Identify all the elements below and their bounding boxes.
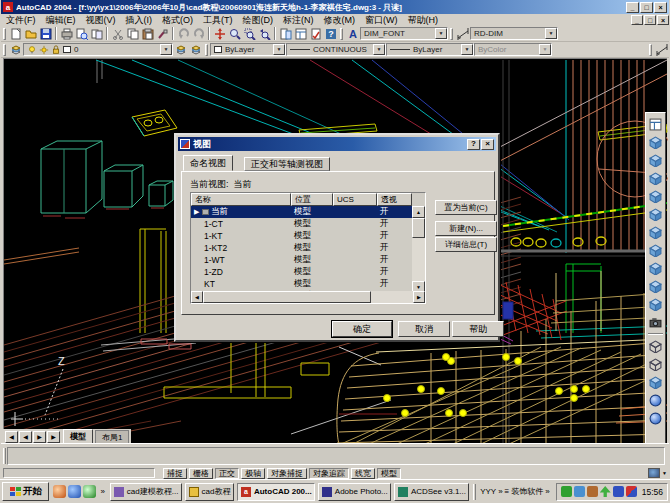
layer-on-bulb-icon[interactable]	[27, 45, 37, 55]
dropdown-arrow-icon[interactable]: ▼	[373, 44, 385, 55]
menu-window[interactable]: 窗口(W)	[360, 14, 403, 26]
tray-icon-2[interactable]	[574, 486, 585, 497]
list-row[interactable]: 1-WT 模型 开	[191, 254, 412, 266]
right-view-icon[interactable]	[647, 187, 664, 205]
dimension-toolbar-icon[interactable]	[654, 43, 669, 57]
2d-wireframe-icon[interactable]	[647, 337, 664, 355]
new-view-button[interactable]: 新建(N)...	[435, 221, 497, 236]
desk-toolbar-yyy[interactable]: YYY	[480, 487, 496, 496]
zoom-window-button[interactable]	[242, 27, 257, 41]
menu-draw[interactable]: 绘图(D)	[238, 14, 279, 26]
save-button[interactable]	[38, 27, 53, 41]
prev-tab-button[interactable]: ◀	[19, 431, 32, 443]
next-tab-button[interactable]: ▶	[33, 431, 46, 443]
back-view-icon[interactable]	[647, 223, 664, 241]
dropdown-arrow-icon[interactable]: ▼	[545, 28, 557, 39]
last-tab-button[interactable]: ▶	[47, 431, 60, 443]
menu-file[interactable]: 文件(F)	[1, 14, 41, 26]
gouraud-shaded-icon[interactable]	[647, 409, 664, 427]
task-cad-modeling-tutorial[interactable]: cad建模教程...	[110, 483, 182, 501]
menu-edit[interactable]: 编辑(E)	[41, 14, 81, 26]
color-combo[interactable]: ByLayer ▼	[210, 43, 286, 56]
list-row[interactable]: KT 模型 开	[191, 278, 412, 290]
zoom-previous-button[interactable]	[257, 27, 272, 41]
new-button[interactable]	[8, 27, 23, 41]
print-preview-button[interactable]	[74, 27, 89, 41]
pan-realtime-button[interactable]	[212, 27, 227, 41]
list-row-current[interactable]: ▶ 当前 模型 开	[191, 206, 412, 218]
top-view-icon[interactable]	[647, 133, 664, 151]
toolbar-grip[interactable]	[450, 28, 453, 40]
sw-isometric-icon[interactable]	[647, 241, 664, 259]
desk-toolbar-decor-software[interactable]: 装饰软件	[511, 486, 543, 497]
camera-icon[interactable]	[647, 313, 664, 331]
se-isometric-icon[interactable]	[647, 259, 664, 277]
help-button-dialog[interactable]: 帮助	[452, 321, 504, 337]
scrollbar-thumb[interactable]	[203, 291, 371, 303]
list-row[interactable]: 1-KT2 模型 开	[191, 242, 412, 254]
help-button[interactable]	[323, 27, 338, 41]
ok-button[interactable]: 确定	[332, 321, 392, 337]
plot-button[interactable]	[59, 27, 74, 41]
quick-launch-icon-1[interactable]	[53, 485, 66, 498]
task-acdsee[interactable]: ACDSee v3.1...	[394, 483, 469, 501]
toggle-grid[interactable]: 栅格	[189, 468, 213, 479]
layer-manager-button[interactable]	[8, 43, 23, 57]
dialog-help-button[interactable]: ?	[467, 139, 480, 150]
layer-freeze-sun-icon[interactable]	[39, 45, 49, 55]
front-view-icon[interactable]	[647, 205, 664, 223]
statusbar-menu-arrow-icon[interactable]: ▼	[662, 470, 667, 476]
scroll-left-icon[interactable]: ◀	[191, 291, 203, 303]
redo-button[interactable]	[191, 27, 206, 41]
quick-launch-chevron-icon[interactable]: »	[100, 487, 104, 496]
hidden-shade-icon[interactable]	[647, 373, 664, 391]
close-button[interactable]: ×	[654, 2, 667, 13]
start-button[interactable]: 开始	[2, 482, 49, 501]
cut-button[interactable]	[110, 27, 125, 41]
paste-button[interactable]	[140, 27, 155, 41]
nw-isometric-icon[interactable]	[647, 295, 664, 313]
list-row[interactable]: 1-CT 模型 开	[191, 218, 412, 230]
lineweight-combo[interactable]: ByLayer ▼	[386, 43, 474, 56]
markup-button[interactable]	[308, 27, 323, 41]
text-style-combo[interactable]: DIM_FONT ▼	[360, 27, 448, 40]
toolbar-grip[interactable]	[205, 44, 208, 56]
toggle-otrack[interactable]: 对象追踪	[309, 468, 349, 479]
cancel-button[interactable]: 取消	[398, 321, 450, 337]
menu-dimension[interactable]: 标注(N)	[278, 14, 319, 26]
dim-style-combo[interactable]: RD-DIM ▼	[470, 27, 558, 40]
views-list[interactable]: 名称 位置 UCS 透视 ▶ 当前 模型 开 1-CT	[190, 192, 426, 304]
dialog-titlebar[interactable]: 视图 ? ×	[178, 137, 496, 151]
menu-tools[interactable]: 工具(T)	[198, 14, 238, 26]
doc-minimize-button[interactable]: _	[631, 15, 643, 25]
list-row[interactable]: 1-KT 模型 开	[191, 230, 412, 242]
scroll-up-icon[interactable]: ▲	[412, 206, 425, 218]
left-view-icon[interactable]	[647, 169, 664, 187]
tab-named-views[interactable]: 命名视图	[183, 155, 233, 171]
design-center-button[interactable]	[293, 27, 308, 41]
scroll-right-icon[interactable]: ▶	[413, 291, 425, 303]
toggle-osnap[interactable]: 对象捕捉	[267, 468, 307, 479]
named-views-icon[interactable]	[647, 115, 664, 133]
doc-restore-button[interactable]: □	[644, 15, 656, 25]
tray-icon-3[interactable]	[587, 486, 598, 497]
layer-combo[interactable]: 0 ▼	[23, 43, 173, 56]
toggle-model[interactable]: 模型	[377, 468, 401, 479]
tray-icon-4[interactable]	[600, 486, 611, 497]
set-current-button[interactable]: 置为当前(C)	[435, 200, 497, 215]
command-window-grip[interactable]	[3, 448, 6, 464]
layer-lock-icon[interactable]	[51, 45, 61, 55]
undo-button[interactable]	[176, 27, 191, 41]
toolbar-grip[interactable]	[649, 44, 652, 56]
tab-orthographic-isometric-views[interactable]: 正交和等轴测视图	[244, 157, 330, 171]
communication-center-icon[interactable]	[648, 468, 660, 478]
details-button[interactable]: 详细信息(T)	[435, 237, 497, 252]
toolbar-grip[interactable]	[3, 44, 6, 56]
first-tab-button[interactable]: ◀	[5, 431, 18, 443]
tray-icon-5[interactable]	[613, 486, 624, 497]
dropdown-arrow-icon[interactable]: ▼	[160, 44, 172, 55]
toggle-snap[interactable]: 捕捉	[163, 468, 187, 479]
restore-button[interactable]: □	[640, 2, 653, 13]
taskbar-divider[interactable]	[473, 484, 476, 500]
match-properties-button[interactable]	[155, 27, 170, 41]
